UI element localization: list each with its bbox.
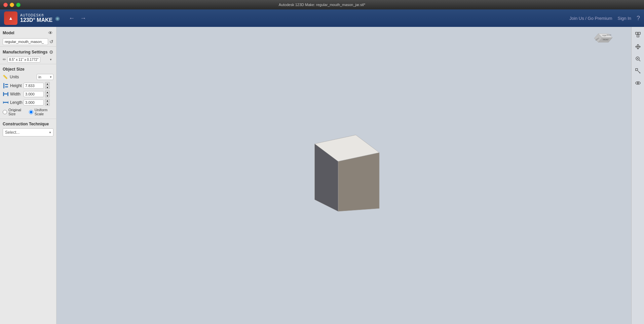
nav-buttons: ← → [67, 14, 88, 23]
length-icon [3, 99, 9, 106]
join-premium-link[interactable]: Join Us / Go Premium [569, 16, 612, 21]
app-name: AUTODESK® 123D° MAKE [20, 13, 52, 23]
object-size-title: Object Size [3, 67, 53, 72]
width-decrement[interactable]: ▼ [45, 94, 50, 97]
length-label: Length [10, 100, 22, 105]
length-decrement[interactable]: ▼ [45, 103, 50, 106]
height-label: Height [10, 83, 22, 88]
height-icon [3, 83, 9, 89]
construction-technique-dropdown-wrapper: Select... Stacked Slices Interlocked Sli… [3, 128, 53, 136]
width-row: Width ▲ ▼ [3, 90, 53, 97]
compass-icon[interactable]: ◉ [55, 15, 60, 22]
model-field: ↺ [3, 38, 53, 45]
units-select[interactable]: in cm mm [37, 74, 53, 80]
height-increment[interactable]: ▲ [45, 82, 50, 85]
object-size-section: Object Size 📏 Units in cm mm [0, 64, 56, 119]
sheet-size-dropdown-wrapper: 8.5" x 11" x 0.1772" [7, 56, 53, 63]
svg-rect-30 [636, 69, 638, 71]
scale-row: Original Size Uniform Scale [3, 108, 53, 116]
settings-gear-button[interactable]: ⚙ [49, 49, 53, 55]
construction-technique-dropdown[interactable]: Select... Stacked Slices Interlocked Sli… [3, 128, 53, 136]
svg-rect-5 [7, 92, 8, 96]
width-label: Width [10, 92, 22, 96]
app-name-top: AUTODESK® [20, 13, 52, 17]
width-increment[interactable]: ▲ [45, 90, 50, 94]
construction-technique-title: Construction Technique [3, 122, 53, 126]
forward-button[interactable]: → [78, 14, 88, 23]
svg-marker-8 [7, 101, 8, 104]
width-spinner: ▲ ▼ [45, 90, 50, 97]
model-filename-input[interactable] [3, 38, 48, 45]
original-size-label[interactable]: Original Size [3, 108, 26, 116]
model-eye-button[interactable]: 👁 [47, 30, 53, 36]
main-toolbar: AUTODESK® 123D° MAKE ◉ ← → Join Us / Go … [0, 9, 644, 27]
help-button[interactable]: ? [637, 15, 640, 22]
units-icon: 📏 [3, 75, 8, 79]
svg-line-27 [639, 60, 640, 61]
sheet-icon: ✏ [3, 57, 6, 62]
svg-marker-18 [338, 153, 379, 211]
units-label: Units [10, 75, 35, 79]
uniform-scale-text: Uniform Scale [35, 108, 53, 116]
width-input[interactable] [24, 91, 44, 97]
window-title: Autodesk 123D Make: regular_mouth_mason_… [279, 3, 365, 7]
zoom-button[interactable] [633, 54, 643, 64]
length-increment[interactable]: ▲ [45, 99, 50, 102]
svg-text:TOP: TOP [602, 35, 606, 37]
viewcube[interactable]: TOP LEFT FRONT BACK [592, 30, 615, 54]
app-name-bottom: 123D° MAKE [20, 17, 52, 23]
units-row: 📏 Units in cm mm [3, 74, 53, 80]
svg-rect-24 [637, 35, 639, 37]
height-decrement[interactable]: ▼ [45, 86, 50, 89]
height-row: Height ▲ ▼ [3, 82, 53, 89]
model-section: Model 👁 ↺ [0, 27, 56, 47]
logo-area: AUTODESK® 123D° MAKE ◉ [4, 11, 60, 25]
svg-point-34 [637, 82, 639, 84]
width-icon [3, 91, 9, 97]
original-size-radio[interactable] [3, 110, 7, 114]
manufacturing-settings-section: Manufacturing Settings ⚙ ✏ 8.5" x 11" x … [0, 47, 56, 64]
app-logo [4, 11, 17, 25]
model-section-title: Model [3, 31, 14, 35]
sheet-size-row: ✏ 8.5" x 11" x 0.1772" [3, 56, 53, 63]
back-button[interactable]: ← [67, 14, 77, 23]
sidebar: Model 👁 ↺ Manufacturing Settings ⚙ ✏ 8.5… [0, 27, 56, 324]
svg-text:BACK: BACK [607, 34, 611, 36]
uniform-scale-radio[interactable] [29, 110, 33, 114]
model-section-header: Model 👁 [3, 30, 53, 36]
visibility-button[interactable] [633, 78, 643, 88]
svg-point-25 [637, 46, 639, 47]
length-spinner: ▲ ▼ [45, 99, 50, 106]
minimize-button[interactable] [10, 3, 14, 7]
svg-rect-22 [636, 32, 638, 34]
signin-link[interactable]: Sign In [618, 16, 631, 21]
mfg-settings-row: Manufacturing Settings ⚙ [3, 49, 53, 55]
title-bar: Autodesk 123D Make: regular_mouth_mason_… [0, 0, 644, 9]
toggle-view-cube-button[interactable] [633, 30, 643, 40]
3d-model [297, 118, 391, 222]
svg-rect-4 [3, 92, 4, 96]
traffic-lights [3, 3, 21, 7]
right-toolbar [631, 27, 644, 324]
manufacturing-settings-title: Manufacturing Settings [3, 50, 47, 54]
viewport[interactable]: TOP LEFT FRONT BACK [56, 27, 631, 324]
pan-button[interactable] [633, 42, 643, 52]
svg-text:FRONT: FRONT [603, 39, 608, 41]
svg-rect-23 [638, 32, 640, 34]
original-size-text: Original Size [8, 108, 26, 116]
toolbar-right: Join Us / Go Premium Sign In ? [569, 15, 640, 22]
maximize-button[interactable] [16, 3, 21, 7]
length-input[interactable] [24, 99, 44, 106]
svg-rect-2 [5, 86, 8, 87]
close-button[interactable] [3, 3, 8, 7]
fit-view-button[interactable] [633, 66, 643, 76]
uniform-scale-label[interactable]: Uniform Scale [29, 108, 53, 116]
construction-technique-section: Construction Technique Select... Stacked… [0, 119, 56, 139]
height-input[interactable] [24, 83, 44, 89]
model-refresh-button[interactable]: ↺ [49, 39, 53, 44]
svg-marker-7 [3, 101, 4, 104]
sheet-size-dropdown[interactable]: 8.5" x 11" x 0.1772" [7, 57, 40, 63]
main-content: Model 👁 ↺ Manufacturing Settings ⚙ ✏ 8.5… [0, 27, 644, 324]
height-spinner: ▲ ▼ [45, 82, 50, 89]
units-select-wrapper: in cm mm [37, 74, 53, 80]
